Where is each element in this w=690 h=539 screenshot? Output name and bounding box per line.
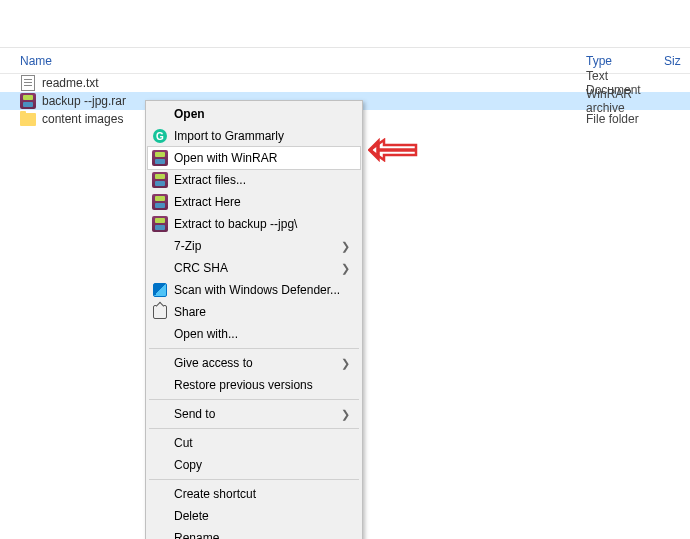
winrar-icon <box>152 172 168 188</box>
menu-item-icon-slot <box>152 216 168 232</box>
menu-item-label: Open with WinRAR <box>174 151 277 165</box>
menu-item[interactable]: Open <box>148 103 360 125</box>
text-file-icon <box>21 75 35 91</box>
menu-item-label: Copy <box>174 458 202 472</box>
column-name-header[interactable]: Name <box>0 54 586 68</box>
menu-separator <box>149 479 359 480</box>
chevron-right-icon: ❯ <box>341 240 350 253</box>
chevron-right-icon: ❯ <box>341 408 350 421</box>
file-icon-slot <box>20 75 36 91</box>
menu-item[interactable]: Scan with Windows Defender... <box>148 279 360 301</box>
menu-item-label: Open <box>174 107 205 121</box>
menu-item-label: Create shortcut <box>174 487 256 501</box>
menu-item[interactable]: GImport to Grammarly <box>148 125 360 147</box>
menu-item[interactable]: Copy <box>148 454 360 476</box>
menu-item[interactable]: Extract Here <box>148 191 360 213</box>
menu-item[interactable]: Restore previous versions <box>148 374 360 396</box>
column-type-header[interactable]: Type <box>586 54 664 68</box>
menu-item-label: Scan with Windows Defender... <box>174 283 340 297</box>
menu-item-label: Extract files... <box>174 173 246 187</box>
menu-item[interactable]: Cut <box>148 432 360 454</box>
file-icon-slot <box>20 93 36 109</box>
toolbar-area <box>0 0 690 48</box>
menu-item-label: Cut <box>174 436 193 450</box>
menu-item[interactable]: Rename <box>148 527 360 539</box>
menu-item[interactable]: 7-Zip❯ <box>148 235 360 257</box>
menu-item-label: CRC SHA <box>174 261 228 275</box>
winrar-icon <box>20 93 36 109</box>
menu-item[interactable]: Create shortcut <box>148 483 360 505</box>
menu-item-icon-slot <box>152 304 168 320</box>
chevron-right-icon: ❯ <box>341 357 350 370</box>
chevron-right-icon: ❯ <box>341 262 350 275</box>
winrar-icon <box>152 194 168 210</box>
menu-item[interactable]: Extract to backup --jpg\ <box>148 213 360 235</box>
menu-separator <box>149 348 359 349</box>
menu-item-icon-slot: G <box>152 128 168 144</box>
defender-icon <box>153 283 167 297</box>
highlight-arrow-annotation <box>368 138 418 165</box>
menu-item[interactable]: Send to❯ <box>148 403 360 425</box>
menu-item-label: 7-Zip <box>174 239 201 253</box>
column-size-header[interactable]: Siz <box>664 54 690 68</box>
menu-item-label: Rename <box>174 531 219 539</box>
file-type: WinRAR archive <box>586 87 664 115</box>
context-menu: OpenGImport to GrammarlyOpen with WinRAR… <box>145 100 363 539</box>
menu-item[interactable]: Give access to❯ <box>148 352 360 374</box>
folder-icon <box>20 113 36 126</box>
menu-item-label: Send to <box>174 407 215 421</box>
menu-item[interactable]: CRC SHA❯ <box>148 257 360 279</box>
menu-item-icon-slot <box>152 150 168 166</box>
menu-separator <box>149 428 359 429</box>
grammarly-icon: G <box>153 129 167 143</box>
winrar-icon <box>152 150 168 166</box>
file-icon-slot <box>20 111 36 127</box>
menu-item-label: Extract to backup --jpg\ <box>174 217 297 231</box>
menu-item-label: Open with... <box>174 327 238 341</box>
file-name: readme.txt <box>42 76 586 90</box>
file-type: File folder <box>586 112 664 126</box>
menu-separator <box>149 399 359 400</box>
menu-item-icon-slot <box>152 282 168 298</box>
menu-item[interactable]: Extract files... <box>148 169 360 191</box>
share-icon <box>153 305 167 319</box>
winrar-icon <box>152 216 168 232</box>
menu-item-label: Import to Grammarly <box>174 129 284 143</box>
menu-item-label: Share <box>174 305 206 319</box>
menu-item-icon-slot <box>152 194 168 210</box>
menu-item[interactable]: Open with WinRAR <box>148 147 360 169</box>
menu-item-icon-slot <box>152 172 168 188</box>
menu-item-label: Extract Here <box>174 195 241 209</box>
menu-item-label: Delete <box>174 509 209 523</box>
menu-item-label: Give access to <box>174 356 253 370</box>
menu-item[interactable]: Open with... <box>148 323 360 345</box>
menu-item[interactable]: Share <box>148 301 360 323</box>
menu-item-label: Restore previous versions <box>174 378 313 392</box>
menu-item[interactable]: Delete <box>148 505 360 527</box>
